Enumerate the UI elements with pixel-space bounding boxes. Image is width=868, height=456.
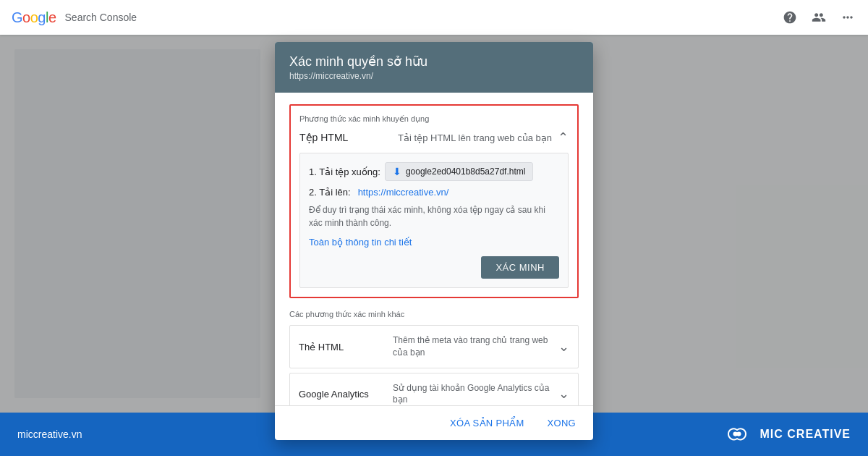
top-bar-left: Google Search Console: [12, 9, 137, 26]
modal-url: https://miccreative.vn/: [289, 71, 579, 81]
brand-logo: [723, 423, 752, 445]
step-1: 1. Tải tệp xuống: ⬇ google2ed0401b8d5a27…: [309, 162, 559, 181]
verify-button[interactable]: XÁC MINH: [481, 256, 559, 279]
html-file-method-row[interactable]: Tệp HTML Tải tệp HTML lên trang web của …: [299, 130, 569, 145]
bottom-bar-brand: MIC CREATIVE: [723, 423, 851, 445]
html-file-method-desc: Tải tệp HTML lên trang web của bạn: [398, 132, 552, 143]
recommended-section: Phương thức xác minh khuyến dụng Tệp HTM…: [289, 104, 579, 298]
chevron-down-icon-2: ⌄: [558, 386, 569, 402]
recommended-label: Phương thức xác minh khuyến dụng: [299, 114, 569, 124]
full-details-link[interactable]: Toàn bộ thông tin chi tiết: [309, 237, 559, 248]
google-logo-text: Google: [12, 9, 56, 26]
top-bar: Google Search Console: [0, 0, 868, 35]
bottom-bar-url: miccreative.vn: [17, 428, 82, 440]
note-text: Để duy trì trạng thái xác minh, không xó…: [309, 203, 559, 229]
step-2: 2. Tải lên: https://miccreative.vn/: [309, 187, 559, 198]
modal-header: Xác minh quyền sở hữu https://miccreativ…: [275, 42, 593, 93]
other-method-analytics[interactable]: Google Analytics Sử dụng tài khoản Googl…: [289, 373, 579, 405]
help-icon[interactable]: [781, 9, 799, 26]
modal-footer: XÓA SẢN PHẨM XONG: [275, 405, 593, 440]
top-bar-right: [781, 9, 856, 26]
other-method-html-tag-desc: Thêm thẻ meta vào trang chủ trang web củ…: [386, 334, 558, 359]
upload-url[interactable]: https://miccreative.vn/: [358, 187, 449, 198]
modal-title: Xác minh quyền sở hữu: [289, 54, 579, 69]
step-2-label: 2. Tải lên:: [309, 187, 351, 198]
other-method-html-tag[interactable]: Thẻ HTML Thêm thẻ meta vào trang chủ tra…: [289, 325, 579, 368]
verify-btn-row: XÁC MINH: [309, 256, 559, 279]
chevron-down-icon-1: ⌄: [558, 339, 569, 355]
html-instructions: 1. Tải tệp xuống: ⬇ google2ed0401b8d5a27…: [299, 153, 569, 288]
apps-icon[interactable]: [839, 9, 856, 26]
google-logo: Google: [12, 9, 56, 26]
download-icon: ⬇: [393, 166, 401, 177]
close-button[interactable]: XONG: [542, 413, 582, 433]
modal: Xác minh quyền sở hữu https://miccreativ…: [275, 42, 593, 440]
file-download-btn[interactable]: ⬇ google2ed0401b8d5a27df.html: [385, 162, 533, 181]
html-file-method-title: Tệp HTML: [299, 132, 348, 143]
app-name: Search Console: [65, 12, 137, 23]
delete-button[interactable]: XÓA SẢN PHẨM: [444, 413, 530, 433]
brand-name: MIC CREATIVE: [760, 428, 851, 441]
other-method-html-tag-name: Thẻ HTML: [299, 342, 344, 352]
other-method-html-tag-left: Thẻ HTML: [299, 340, 386, 353]
modal-overlay: Xác minh quyền sở hữu https://miccreativ…: [0, 35, 868, 413]
other-method-analytics-name: Google Analytics: [299, 389, 369, 400]
other-methods-label: Các phương thức xác minh khác: [289, 310, 579, 319]
account-icon[interactable]: [810, 9, 827, 26]
step-1-label: 1. Tải tệp xuống:: [309, 166, 380, 177]
other-method-analytics-desc: Sử dụng tài khoản Google Analytics của b…: [386, 382, 558, 405]
file-name: google2ed0401b8d5a27df.html: [406, 166, 525, 177]
other-method-analytics-left: Google Analytics: [299, 387, 386, 400]
modal-body: Phương thức xác minh khuyến dụng Tệp HTM…: [275, 93, 593, 405]
chevron-up-icon: ⌃: [558, 130, 569, 145]
